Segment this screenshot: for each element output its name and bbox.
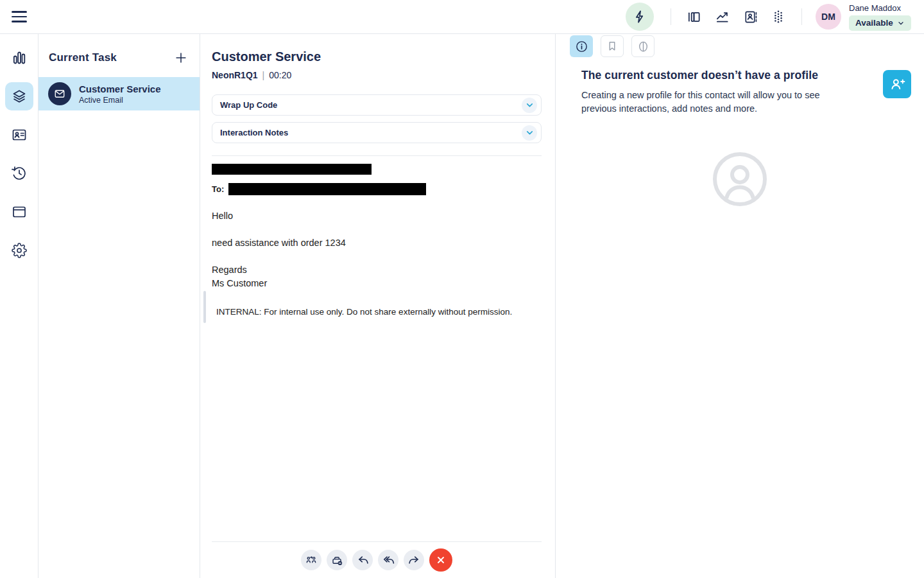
envelope-icon: [54, 88, 65, 100]
queue-name: NeonR1Q1: [212, 70, 258, 80]
window-icon: [12, 204, 27, 220]
profile-description: Creating a new profile for this contact …: [581, 89, 853, 116]
transfer-button[interactable]: [301, 550, 321, 570]
redacted-subject-bar: [212, 164, 372, 175]
create-profile-button[interactable]: [883, 70, 911, 98]
profile-tabs: [570, 35, 911, 57]
status-selector[interactable]: Available: [849, 15, 911, 31]
nav-settings-button[interactable]: [5, 236, 33, 265]
nav-contacts-button[interactable]: [5, 121, 33, 149]
interaction-title: Customer Service: [212, 49, 542, 64]
panel-resize-handle-left[interactable]: [203, 291, 206, 323]
park-email-button[interactable]: [327, 550, 347, 570]
gear-icon: [12, 243, 27, 258]
email-greeting: Hello: [212, 209, 542, 223]
profile-header-text: The current customer doesn’t have a prof…: [581, 69, 853, 116]
nav-rail: [0, 34, 38, 578]
dialpad-icon[interactable]: [769, 7, 788, 26]
topbar-right-cluster: DM Dane Maddox Available: [626, 3, 911, 31]
user-avatar[interactable]: DM: [816, 4, 841, 30]
main-area: Current Task Customer Service Active Ema…: [0, 34, 924, 578]
park-email-icon: [331, 554, 343, 566]
reply-all-icon: [382, 554, 395, 566]
interaction-timer: 00:20: [269, 70, 291, 80]
nav-analytics-button[interactable]: [5, 44, 33, 72]
forward-button[interactable]: [404, 550, 424, 570]
copilot-brain-icon: [637, 40, 650, 53]
hamburger-menu-icon[interactable]: [12, 11, 27, 22]
task-item-title: Customer Service: [79, 83, 161, 94]
profile-placeholder: [712, 151, 768, 207]
task-item-customer-service[interactable]: Customer Service Active Email: [38, 77, 200, 110]
wrap-up-code-label: Wrap Up Code: [220, 100, 277, 110]
nav-history-button[interactable]: [5, 159, 33, 188]
forward-icon: [408, 554, 420, 566]
person-add-icon: [889, 76, 905, 92]
email-header-divider: [212, 155, 542, 156]
wrap-up-code-accordion[interactable]: Wrap Up Code: [212, 94, 542, 116]
topbar-icons: [684, 7, 788, 26]
disconnect-button[interactable]: [429, 548, 452, 572]
reply-button[interactable]: [352, 550, 373, 570]
contacts-book-icon[interactable]: [740, 7, 760, 26]
email-task-avatar: [48, 82, 71, 105]
user-block: Dane Maddox Available: [849, 3, 911, 31]
to-label: To:: [212, 184, 224, 194]
reply-all-button[interactable]: [378, 550, 398, 570]
performance-chart-icon[interactable]: [712, 7, 732, 26]
topbar: DM Dane Maddox Available: [0, 0, 924, 34]
reply-icon: [357, 554, 369, 566]
add-task-button[interactable]: [173, 49, 189, 66]
topbar-divider: [801, 8, 802, 25]
task-panel-header: Current Task: [38, 34, 200, 66]
topbar-divider: [671, 8, 671, 25]
task-panel: Current Task Customer Service Active Ema…: [38, 34, 200, 578]
app-root: DM Dane Maddox Available: [0, 0, 924, 578]
status-label: Available: [855, 18, 893, 28]
interaction-notes-label: Interaction Notes: [220, 128, 288, 137]
email-to-row: To:: [212, 183, 542, 195]
email-signature: Ms Customer: [212, 277, 542, 290]
redacted-recipient-bar: [228, 183, 426, 195]
chevron-down-icon: [522, 125, 537, 141]
email-signoff: Regards: [212, 263, 542, 277]
lightning-icon: [633, 10, 647, 24]
contact-card-icon: [12, 127, 27, 143]
profile-panel: The current customer doesn’t have a prof…: [556, 34, 924, 578]
task-item-subtitle: Active Email: [79, 96, 161, 105]
user-name: Dane Maddox: [849, 3, 911, 13]
internal-note: INTERNAL: For internal use only. Do not …: [212, 307, 542, 317]
person-circle-placeholder-icon: [712, 151, 768, 207]
bar-chart-icon: [12, 50, 27, 66]
layers-icon: [12, 89, 27, 104]
nav-interactions-button[interactable]: [5, 82, 33, 110]
chevron-down-icon: [897, 19, 905, 27]
info-icon: [575, 40, 588, 53]
interaction-notes-accordion[interactable]: Interaction Notes: [212, 122, 542, 143]
transfer-icon: [305, 554, 317, 566]
interaction-meta: NeonR1Q1 | 00:20: [212, 70, 542, 80]
quick-actions-button[interactable]: [626, 3, 654, 31]
plus-icon: [174, 51, 188, 65]
email-action-toolbar: [212, 541, 542, 578]
close-x-icon: [436, 555, 446, 565]
meta-separator: |: [262, 70, 265, 80]
email-body-line: need assistance with order 1234: [212, 236, 542, 250]
tab-copilot[interactable]: [631, 35, 654, 57]
chevron-down-icon: [522, 98, 537, 113]
profile-heading: The current customer doesn’t have a prof…: [581, 69, 853, 82]
panels-icon[interactable]: [684, 7, 703, 26]
profile-header-row: The current customer doesn’t have a prof…: [570, 69, 911, 116]
task-item-text: Customer Service Active Email: [79, 83, 161, 105]
bookmark-icon: [606, 40, 619, 53]
nav-apps-button[interactable]: [5, 198, 33, 226]
history-icon: [12, 166, 27, 181]
tab-info[interactable]: [570, 35, 593, 57]
task-panel-title: Current Task: [49, 51, 117, 64]
tab-bookmark[interactable]: [601, 35, 624, 57]
conversation-panel: Customer Service NeonR1Q1 | 00:20 Wrap U…: [200, 34, 556, 578]
